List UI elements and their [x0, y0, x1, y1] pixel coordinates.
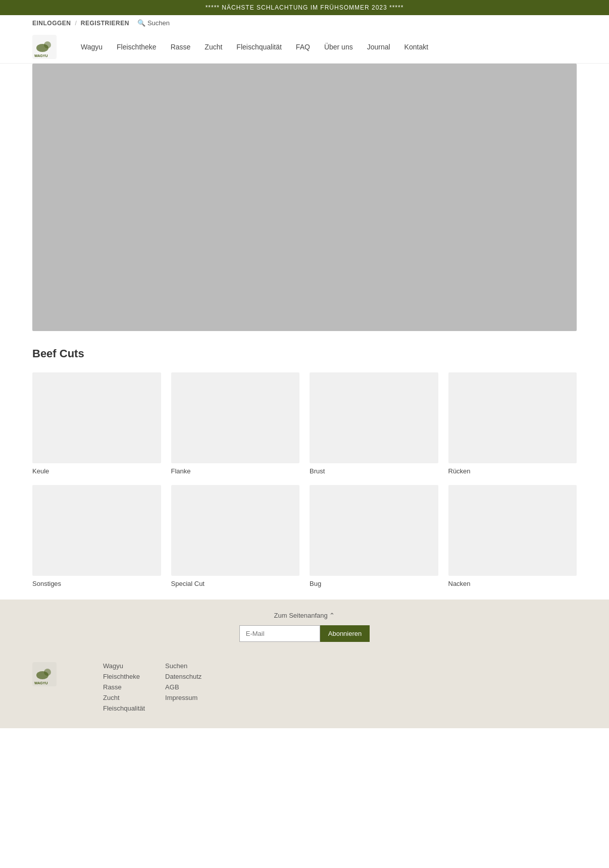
cut-image-rucken: [448, 372, 577, 463]
subscribe-button[interactable]: Abonnieren: [320, 625, 370, 642]
register-link[interactable]: REGISTRIEREN: [81, 20, 129, 27]
svg-text:WAGYU: WAGYU: [34, 54, 47, 58]
chevron-up-icon: ⌃: [329, 612, 335, 619]
cut-label-keule: Keule: [32, 467, 161, 475]
separator: /: [75, 20, 77, 27]
navbar: WAGYU Wagyu Fleischtheke Rasse Zucht Fle…: [0, 31, 609, 64]
cut-image-keule: [32, 372, 161, 463]
footer-link-datenschutz[interactable]: Datenschutz: [165, 673, 201, 680]
footer-bottom: WAGYU Wagyu Fleischtheke Rasse Zucht Fle…: [0, 654, 609, 728]
cut-image-bug: [310, 485, 438, 576]
footer-link-suchen[interactable]: Suchen: [165, 662, 201, 670]
scroll-top-label: Zum Seitenanfang: [274, 612, 328, 619]
beef-cuts-section: Beef Cuts Keule Flanke Brust Rücken Sons…: [32, 331, 577, 600]
cut-label-special-cut: Special Cut: [171, 580, 300, 587]
search-label: Suchen: [147, 19, 170, 27]
nav-kontakt[interactable]: Kontakt: [404, 43, 428, 51]
nav-links: Wagyu Fleischtheke Rasse Zucht Fleischqu…: [81, 43, 428, 51]
cuts-grid: Keule Flanke Brust Rücken Sonstiges Spec…: [32, 372, 577, 587]
subscribe-form: Abonnieren: [239, 625, 370, 642]
nav-rasse[interactable]: Rasse: [171, 43, 191, 51]
footer-logo: WAGYU: [32, 662, 83, 686]
section-title: Beef Cuts: [32, 347, 577, 360]
svg-point-2: [44, 41, 51, 48]
nav-zucht[interactable]: Zucht: [205, 43, 222, 51]
cut-image-brust: [310, 372, 438, 463]
auth-bar: EINLOGGEN / REGISTRIEREN 🔍 Suchen: [0, 15, 609, 31]
footer-link-fleischqualitat[interactable]: Fleischqualität: [103, 704, 145, 712]
nav-fleischqualitat[interactable]: Fleischqualität: [236, 43, 282, 51]
cut-item-sonstiges[interactable]: Sonstiges: [32, 485, 161, 587]
footer: Zum Seitenanfang ⌃ Abonnieren WAGYU Wagy…: [0, 600, 609, 728]
cut-label-rucken: Rücken: [448, 467, 577, 475]
cut-image-nacken: [448, 485, 577, 576]
footer-col-2: Suchen Datenschutz AGB Impressum: [165, 662, 201, 701]
nav-fleischtheke[interactable]: Fleischtheke: [117, 43, 157, 51]
cut-label-sonstiges: Sonstiges: [32, 580, 161, 587]
nav-uber-uns[interactable]: Über uns: [324, 43, 353, 51]
cut-label-nacken: Nacken: [448, 580, 577, 587]
nav-wagyu[interactable]: Wagyu: [81, 43, 103, 51]
cut-label-bug: Bug: [310, 580, 438, 587]
top-banner: ***** NÄCHSTE SCHLACHTUNG IM FRÜHSOMMER …: [0, 0, 609, 15]
cut-item-keule[interactable]: Keule: [32, 372, 161, 475]
cut-item-flanke[interactable]: Flanke: [171, 372, 300, 475]
cut-item-special-cut[interactable]: Special Cut: [171, 485, 300, 587]
footer-top: Zum Seitenanfang ⌃ Abonnieren: [0, 600, 609, 654]
cut-item-bug[interactable]: Bug: [310, 485, 438, 587]
footer-link-zucht[interactable]: Zucht: [103, 694, 145, 701]
search-icon: 🔍: [137, 19, 145, 27]
search-area[interactable]: 🔍 Suchen: [137, 19, 170, 27]
cut-label-flanke: Flanke: [171, 467, 300, 475]
top-banner-text: ***** NÄCHSTE SCHLACHTUNG IM FRÜHSOMMER …: [206, 4, 404, 11]
footer-link-rasse[interactable]: Rasse: [103, 683, 145, 691]
footer-logo-icon: WAGYU: [32, 662, 57, 686]
scroll-top-btn[interactable]: Zum Seitenanfang ⌃: [274, 612, 335, 619]
footer-col-1: Wagyu Fleischtheke Rasse Zucht Fleischqu…: [103, 662, 145, 712]
cut-item-brust[interactable]: Brust: [310, 372, 438, 475]
footer-link-agb[interactable]: AGB: [165, 683, 201, 691]
footer-link-fleischtheke[interactable]: Fleischtheke: [103, 673, 145, 680]
cut-image-flanke: [171, 372, 300, 463]
footer-link-impressum[interactable]: Impressum: [165, 694, 201, 701]
nav-faq[interactable]: FAQ: [296, 43, 310, 51]
footer-link-wagyu[interactable]: Wagyu: [103, 662, 145, 670]
nav-journal[interactable]: Journal: [367, 43, 390, 51]
cut-image-special-cut: [171, 485, 300, 576]
email-input[interactable]: [239, 625, 320, 642]
hero-image: [32, 64, 577, 331]
svg-text:WAGYU: WAGYU: [34, 681, 47, 685]
logo-icon: WAGYU: [32, 35, 57, 59]
logo[interactable]: WAGYU: [32, 35, 57, 59]
cut-image-sonstiges: [32, 485, 161, 576]
cut-label-brust: Brust: [310, 467, 438, 475]
login-link[interactable]: EINLOGGEN: [32, 20, 71, 27]
cut-item-rucken[interactable]: Rücken: [448, 372, 577, 475]
cut-item-nacken[interactable]: Nacken: [448, 485, 577, 587]
svg-point-6: [44, 669, 51, 676]
